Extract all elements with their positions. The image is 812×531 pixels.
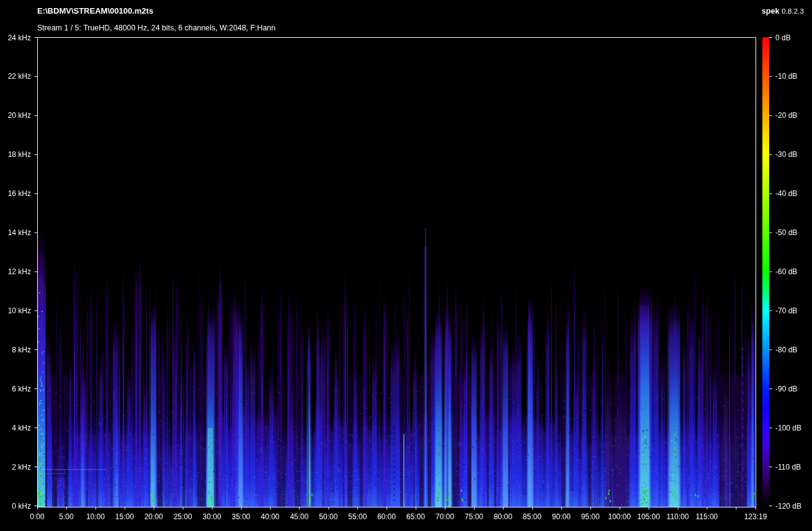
svg-text:2 kHz: 2 kHz <box>12 463 31 471</box>
svg-text:14 kHz: 14 kHz <box>8 228 31 237</box>
svg-text:20:00: 20:00 <box>145 512 163 521</box>
svg-text:55:00: 55:00 <box>348 512 367 521</box>
svg-text:22 kHz: 22 kHz <box>8 72 31 81</box>
svg-text:110:00: 110:00 <box>667 512 689 521</box>
svg-text:25:00: 25:00 <box>174 512 192 521</box>
svg-text:-20 dB: -20 dB <box>775 111 797 120</box>
svg-text:-90 dB: -90 dB <box>775 385 797 393</box>
svg-text:10 kHz: 10 kHz <box>8 306 31 315</box>
svg-text:115:00: 115:00 <box>695 512 718 521</box>
svg-text:95:00: 95:00 <box>581 512 600 521</box>
svg-text:35:00: 35:00 <box>231 512 250 521</box>
svg-text:85:00: 85:00 <box>523 512 542 521</box>
svg-text:0 kHz: 0 kHz <box>12 502 31 511</box>
svg-text:4 kHz: 4 kHz <box>12 424 31 432</box>
svg-text:60:00: 60:00 <box>377 512 396 521</box>
svg-text:8 kHz: 8 kHz <box>12 346 31 354</box>
svg-text:50:00: 50:00 <box>319 512 337 521</box>
svg-text:spek 0.8.2.3: spek 0.8.2.3 <box>762 7 805 16</box>
svg-text:0:00: 0:00 <box>30 512 45 521</box>
svg-text:E:\BDMV\STREAM\00100.m2ts: E:\BDMV\STREAM\00100.m2ts <box>37 6 153 16</box>
svg-text:-100 dB: -100 dB <box>775 424 801 432</box>
svg-text:-50 dB: -50 dB <box>775 228 797 237</box>
svg-text:80:00: 80:00 <box>494 512 512 521</box>
svg-text:15:00: 15:00 <box>115 512 134 521</box>
svg-text:12 kHz: 12 kHz <box>8 267 31 276</box>
svg-text:123:19: 123:19 <box>744 512 767 521</box>
svg-text:5:00: 5:00 <box>59 512 74 521</box>
svg-text:Stream 1 / 5: TrueHD, 48000 Hz: Stream 1 / 5: TrueHD, 48000 Hz, 24 bits,… <box>37 24 275 32</box>
svg-text:16 kHz: 16 kHz <box>8 189 31 198</box>
svg-text:-30 dB: -30 dB <box>775 150 797 159</box>
svg-text:-40 dB: -40 dB <box>775 189 797 198</box>
svg-text:90:00: 90:00 <box>552 512 571 521</box>
svg-text:0 dB: 0 dB <box>775 33 791 42</box>
svg-text:-70 dB: -70 dB <box>775 306 797 315</box>
svg-text:40:00: 40:00 <box>261 512 279 521</box>
svg-text:30:00: 30:00 <box>203 512 221 521</box>
svg-text:75:00: 75:00 <box>465 512 483 521</box>
svg-text:20 kHz: 20 kHz <box>8 111 31 120</box>
svg-text:10:00: 10:00 <box>86 512 105 521</box>
svg-text:-120 dB: -120 dB <box>775 502 801 511</box>
svg-text:65:00: 65:00 <box>406 512 425 521</box>
svg-text:-10 dB: -10 dB <box>775 72 797 81</box>
svg-text:100:00: 100:00 <box>608 512 631 521</box>
svg-text:105:00: 105:00 <box>637 512 660 521</box>
svg-text:-80 dB: -80 dB <box>775 346 797 354</box>
svg-text:-60 dB: -60 dB <box>775 267 797 276</box>
svg-text:18 kHz: 18 kHz <box>8 150 31 159</box>
svg-text:6 kHz: 6 kHz <box>12 385 31 393</box>
svg-text:70:00: 70:00 <box>435 512 454 521</box>
svg-text:-110 dB: -110 dB <box>775 463 801 471</box>
svg-text:24 kHz: 24 kHz <box>8 33 31 42</box>
svg-text:45:00: 45:00 <box>290 512 308 521</box>
